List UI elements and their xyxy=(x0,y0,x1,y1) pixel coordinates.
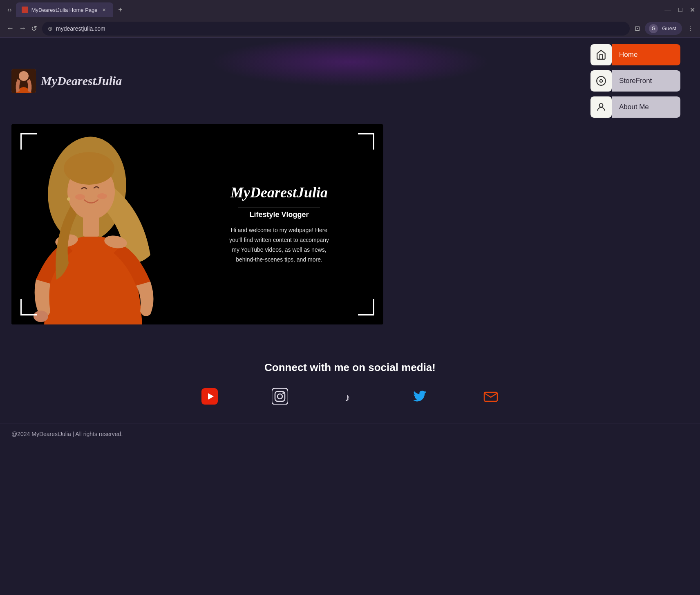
hero-person-illustration xyxy=(11,124,183,324)
browser-toolbar: ← → ↺ ⊕ mydearestjulia.com ⊡ G Guest ⋮ xyxy=(0,20,700,38)
email-icon[interactable] xyxy=(481,386,501,407)
hero-text-panel: MyDearestJulia Lifestyle Vlogger Hi and … xyxy=(183,124,383,324)
address-bar[interactable]: ⊕ mydearestjulia.com xyxy=(42,22,630,36)
nav-item-storefront[interactable]: StoreFront xyxy=(590,70,680,92)
site-header: MyDearestJulia Home xyxy=(0,38,700,124)
frame-corner-tr xyxy=(358,133,374,150)
tab-bar: ‹› MyDearestJulia Home Page ✕ + xyxy=(5,2,126,17)
nav-label-storefront: StoreFront xyxy=(612,70,680,92)
refresh-button[interactable]: ↺ xyxy=(29,22,39,35)
frame-corner-bl xyxy=(20,299,37,315)
footer-text: @2024 MyDearestJulia | All rights reserv… xyxy=(11,431,123,437)
frame-corner-br xyxy=(358,299,374,315)
twitter-icon[interactable] xyxy=(410,386,431,407)
active-tab[interactable]: MyDearestJulia Home Page ✕ xyxy=(16,2,113,17)
toolbar-actions: ⊡ G Guest ⋮ xyxy=(633,22,695,35)
url-text: mydearestjulia.com xyxy=(56,25,105,32)
extensions-button[interactable]: ⊡ xyxy=(633,23,642,34)
profile-label: Guest xyxy=(660,24,678,33)
close-button[interactable]: ✕ xyxy=(690,6,695,14)
new-tab-button[interactable]: + xyxy=(115,4,126,16)
menu-button[interactable]: ⋮ xyxy=(685,23,695,34)
hero-banner: MyDearestJulia Lifestyle Vlogger Hi and … xyxy=(11,124,383,324)
tab-close-button[interactable]: ✕ xyxy=(101,7,107,13)
svg-point-1 xyxy=(19,71,29,81)
hero-brand-name: MyDearestJulia xyxy=(230,184,328,201)
nav-label-about: About Me xyxy=(612,96,680,118)
window-controls: — □ ✕ xyxy=(664,6,695,14)
website-content: MyDearestJulia Home xyxy=(0,38,700,593)
frame-corner-tl xyxy=(20,133,37,150)
prev-tabs-button[interactable]: ‹› xyxy=(5,4,14,15)
site-navigation: Home StoreFront xyxy=(590,44,680,118)
browser-titlebar: ‹› MyDearestJulia Home Page ✕ + — □ ✕ xyxy=(0,0,700,20)
svg-point-3 xyxy=(600,80,603,83)
nav-item-home[interactable]: Home xyxy=(590,44,680,65)
social-section: Connect with me on social media! xyxy=(0,337,700,423)
hero-divider xyxy=(238,208,320,208)
site-logo[interactable]: MyDearestJulia xyxy=(11,69,122,93)
nav-icon-home xyxy=(590,44,612,65)
instagram-icon[interactable] xyxy=(270,386,290,407)
svg-rect-18 xyxy=(272,388,288,405)
hero-subtitle: Lifestyle Vlogger xyxy=(249,210,309,219)
svg-point-10 xyxy=(75,194,85,200)
tiktok-icon[interactable]: ♪ xyxy=(340,386,360,407)
profile-button[interactable]: G Guest xyxy=(645,22,682,35)
site-header-wrap: MyDearestJulia Home xyxy=(0,38,700,124)
svg-point-20 xyxy=(277,394,282,399)
tab-title: MyDearestJulia Home Page xyxy=(31,7,98,13)
nav-buttons: ← → ↺ xyxy=(5,22,39,35)
svg-point-12 xyxy=(67,197,70,201)
youtube-icon[interactable] xyxy=(199,386,220,407)
logo-avatar xyxy=(11,69,36,93)
logo-text: MyDearestJulia xyxy=(41,74,122,88)
forward-button[interactable]: → xyxy=(17,22,28,35)
hero-description: Hi and welcome to my webpage! Here you'l… xyxy=(226,226,332,264)
svg-text:♪: ♪ xyxy=(344,391,350,404)
profile-avatar: G xyxy=(649,24,658,33)
nav-label-home: Home xyxy=(612,44,680,65)
browser-chrome: ‹› MyDearestJulia Home Page ✕ + — □ ✕ ← … xyxy=(0,0,700,38)
security-icon: ⊕ xyxy=(48,25,53,32)
back-button[interactable]: ← xyxy=(5,22,16,35)
site-footer: @2024 MyDearestJulia | All rights reserv… xyxy=(0,423,700,445)
svg-point-21 xyxy=(282,392,284,394)
social-icons-row: ♪ xyxy=(174,386,526,407)
tab-favicon xyxy=(22,7,28,13)
hero-section: MyDearestJulia Lifestyle Vlogger Hi and … xyxy=(0,124,700,337)
nav-icon-storefront xyxy=(590,70,612,92)
nav-icon-about xyxy=(590,96,612,118)
nav-item-about[interactable]: About Me xyxy=(590,96,680,118)
svg-point-4 xyxy=(599,103,603,107)
svg-point-9 xyxy=(64,152,114,185)
social-heading: Connect with me on social media! xyxy=(11,361,689,374)
minimize-button[interactable]: — xyxy=(664,6,671,14)
svg-point-11 xyxy=(97,193,107,199)
maximize-button[interactable]: □ xyxy=(678,6,682,14)
svg-point-2 xyxy=(597,76,606,85)
